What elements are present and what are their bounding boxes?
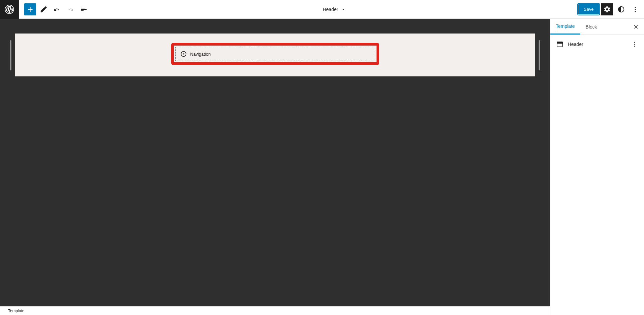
svg-point-7 [634,42,635,43]
main-area: Navigation Template Template Block [0,19,644,315]
settings-sidebar: Template Block Header [550,19,644,315]
template-part-icon [556,40,564,48]
toolbar-center: Header [90,5,578,14]
template-selector[interactable]: Header [319,5,349,14]
more-vertical-icon [632,6,639,13]
wordpress-logo-button[interactable] [0,0,19,19]
template-name: Header [568,42,627,47]
svg-point-9 [634,46,635,47]
plus-icon [26,5,34,13]
undo-icon [53,5,61,13]
tab-block[interactable]: Block [580,19,602,35]
more-vertical-icon [631,41,638,48]
settings-button[interactable] [601,3,613,15]
close-sidebar-button[interactable] [631,21,641,32]
header-layout-icon [556,41,563,48]
tab-template[interactable]: Template [550,19,580,35]
add-block-button[interactable] [24,3,36,15]
svg-rect-6 [557,42,563,44]
gear-icon [603,6,611,13]
redo-button [64,3,77,15]
wordpress-icon [5,5,14,14]
svg-point-1 [635,6,636,7]
list-view-icon [80,5,88,13]
resize-handle-right[interactable] [539,40,540,70]
options-button[interactable] [629,3,641,15]
undo-button[interactable] [51,3,63,15]
highlight-box: Navigation [171,43,379,65]
toolbar-buttons [19,3,90,15]
svg-point-2 [635,9,636,10]
header-template-block[interactable]: Navigation [15,34,535,76]
save-button[interactable]: Save [578,4,599,14]
list-view-button[interactable] [78,3,90,15]
sidebar-tabs: Template Block [550,19,644,35]
breadcrumb-footer: Template [0,306,550,315]
template-actions-button[interactable] [631,40,639,48]
close-icon [633,24,639,30]
navigation-block-label: Navigation [190,52,211,57]
template-info-row: Header [556,40,639,48]
svg-point-3 [635,11,636,12]
resize-handle-left[interactable] [10,40,11,70]
toolbar-right: Save [578,3,644,15]
svg-point-8 [634,44,635,45]
redo-icon [66,5,75,13]
toolbar-left [0,0,90,18]
navigation-block-placeholder[interactable]: Navigation [175,47,375,61]
contrast-icon [617,6,625,13]
editor-canvas[interactable]: Navigation [0,19,550,306]
tools-button[interactable] [38,3,50,15]
pencil-icon [40,5,48,13]
breadcrumb-item[interactable]: Template [8,309,24,313]
canvas-wrap: Navigation Template [0,19,550,315]
chevron-down-icon [341,7,346,12]
compass-icon [180,51,187,57]
template-name-label: Header [323,7,338,12]
top-toolbar: Header Save [0,0,644,19]
sidebar-content: Header [550,35,644,54]
styles-button[interactable] [615,3,627,15]
